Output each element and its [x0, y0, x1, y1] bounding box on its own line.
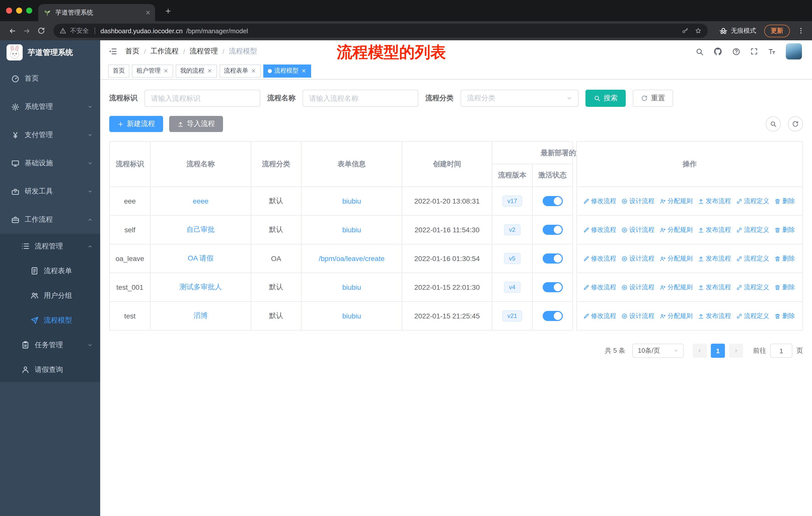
form-info-link[interactable]: biubiu — [342, 197, 361, 205]
sidebar-item-user-group[interactable]: 用户分组 — [0, 283, 100, 308]
tab-tag-tenant-management[interactable]: 租户管理 — [132, 64, 173, 77]
sidebar-item-system-management[interactable]: 系统管理 — [0, 93, 100, 121]
action-publish-link[interactable]: 发布流程 — [698, 254, 731, 263]
form-info-link[interactable]: biubiu — [342, 312, 361, 320]
tab-tag-process-form[interactable]: 流程表单 — [220, 64, 261, 77]
category-select[interactable]: 流程分类 — [461, 90, 578, 107]
status-toggle[interactable] — [543, 282, 562, 292]
action-publish-link[interactable]: 发布流程 — [698, 197, 731, 205]
sidebar-item-process-management[interactable]: 流程管理 — [0, 234, 100, 259]
toggle-search-button[interactable] — [766, 116, 781, 132]
goto-page-input[interactable] — [770, 344, 792, 358]
process-name-link[interactable]: 测试多审批人 — [179, 283, 222, 292]
process-name-link[interactable]: 自己审批 — [186, 225, 215, 234]
bookmark-star-icon[interactable] — [695, 27, 702, 34]
action-design-link[interactable]: 设计流程 — [621, 254, 655, 263]
action-delete-link[interactable]: 删除 — [774, 312, 795, 320]
action-design-link[interactable]: 设计流程 — [621, 283, 655, 292]
import-process-button[interactable]: 导入流程 — [169, 116, 223, 132]
action-definition-link[interactable]: 流程定义 — [736, 197, 769, 205]
close-icon[interactable] — [163, 68, 169, 74]
action-assign-rule-link[interactable]: 分配规则 — [660, 254, 693, 263]
action-modify-link[interactable]: 修改流程 — [583, 283, 616, 292]
window-minimize-button[interactable] — [16, 7, 22, 13]
status-toggle[interactable] — [543, 225, 562, 235]
sidebar-item-payment-management[interactable]: 支付管理 — [0, 121, 100, 149]
font-size-icon[interactable] — [768, 47, 776, 56]
action-modify-link[interactable]: 修改流程 — [583, 225, 616, 234]
action-delete-link[interactable]: 删除 — [774, 254, 795, 263]
sidebar-item-dev-tools[interactable]: 研发工具 — [0, 178, 100, 206]
action-delete-link[interactable]: 删除 — [774, 225, 795, 234]
github-icon[interactable] — [713, 47, 722, 56]
form-info-link[interactable]: biubiu — [342, 226, 361, 234]
breadcrumb-item[interactable]: 首页 — [125, 47, 140, 56]
forward-button[interactable] — [22, 25, 32, 36]
browser-tab[interactable]: 芋道管理系统 — [38, 4, 155, 21]
action-modify-link[interactable]: 修改流程 — [583, 254, 616, 263]
window-close-button[interactable] — [6, 7, 12, 13]
action-modify-link[interactable]: 修改流程 — [583, 197, 616, 205]
search-icon[interactable] — [695, 47, 704, 56]
action-delete-link[interactable]: 删除 — [774, 197, 795, 205]
action-assign-rule-link[interactable]: 分配规则 — [660, 225, 693, 234]
next-page-button[interactable] — [729, 344, 743, 358]
browser-menu-icon[interactable] — [797, 27, 805, 35]
status-toggle[interactable] — [543, 253, 562, 264]
reset-button[interactable]: 重置 — [633, 90, 673, 107]
sidebar-item-home[interactable]: 首页 — [0, 64, 100, 93]
url-bar[interactable]: 不安全 dashboard.yudao.iocoder.cn /bpm/mana… — [53, 24, 708, 38]
action-publish-link[interactable]: 发布流程 — [698, 225, 731, 234]
form-info-link[interactable]: /bpm/oa/leave/create — [319, 254, 385, 263]
refresh-table-button[interactable] — [788, 116, 803, 132]
create-process-button[interactable]: 新建流程 — [109, 116, 163, 132]
window-zoom-button[interactable] — [26, 7, 32, 13]
user-avatar[interactable] — [786, 43, 802, 59]
close-icon[interactable] — [207, 68, 212, 74]
action-definition-link[interactable]: 流程定义 — [736, 225, 769, 234]
action-definition-link[interactable]: 流程定义 — [736, 283, 769, 292]
app-logo[interactable]: 芋道管理系统 — [0, 40, 100, 64]
action-delete-link[interactable]: 删除 — [774, 283, 795, 292]
tab-tag-process-model[interactable]: 流程模型 — [263, 64, 311, 77]
tab-tag-home[interactable]: 首页 — [108, 64, 129, 77]
action-design-link[interactable]: 设计流程 — [621, 225, 655, 234]
action-design-link[interactable]: 设计流程 — [621, 312, 655, 320]
action-assign-rule-link[interactable]: 分配规则 — [660, 312, 693, 320]
search-button[interactable]: 搜索 — [585, 90, 626, 107]
form-info-link[interactable]: biubiu — [342, 283, 361, 291]
process-name-input[interactable] — [302, 90, 418, 107]
sidebar-item-process-model[interactable]: 流程模型 — [0, 308, 100, 332]
tab-close-icon[interactable] — [145, 9, 151, 16]
action-design-link[interactable]: 设计流程 — [621, 197, 655, 205]
sidebar-toggle-hamburger-icon[interactable] — [108, 47, 117, 56]
process-id-input[interactable] — [144, 90, 260, 107]
action-modify-link[interactable]: 修改流程 — [583, 312, 616, 320]
close-icon[interactable] — [301, 68, 307, 74]
browser-update-button[interactable]: 更新 — [764, 24, 790, 37]
sidebar-item-infrastructure[interactable]: 基础设施 — [0, 149, 100, 178]
current-page-button[interactable]: 1 — [711, 344, 725, 358]
action-assign-rule-link[interactable]: 分配规则 — [660, 283, 693, 292]
fullscreen-icon[interactable] — [750, 47, 758, 55]
action-definition-link[interactable]: 流程定义 — [736, 254, 769, 263]
process-name-link[interactable]: OA 请假 — [188, 254, 214, 263]
sidebar-item-process-form[interactable]: 流程表单 — [0, 259, 100, 283]
status-toggle[interactable] — [543, 311, 562, 321]
security-label[interactable]: 不安全 — [70, 26, 89, 35]
action-publish-link[interactable]: 发布流程 — [698, 283, 731, 292]
help-question-icon[interactable] — [732, 47, 741, 56]
action-publish-link[interactable]: 发布流程 — [698, 312, 731, 320]
close-icon[interactable] — [251, 68, 256, 74]
reload-button[interactable] — [36, 26, 46, 36]
page-size-select[interactable]: 10条/页 — [632, 344, 684, 358]
sidebar-item-workflow[interactable]: 工作流程 — [0, 206, 100, 234]
sidebar-item-task-management[interactable]: 任务管理 — [0, 332, 100, 357]
action-definition-link[interactable]: 流程定义 — [736, 312, 769, 320]
new-tab-button[interactable] — [161, 4, 175, 18]
sidebar-item-leave-query[interactable]: 请假查询 — [0, 357, 100, 382]
breadcrumb-item[interactable]: 工作流程 — [150, 47, 179, 56]
tab-tag-my-process[interactable]: 我的流程 — [176, 64, 217, 77]
process-name-link[interactable]: eeee — [193, 197, 208, 205]
back-button[interactable] — [7, 25, 18, 36]
